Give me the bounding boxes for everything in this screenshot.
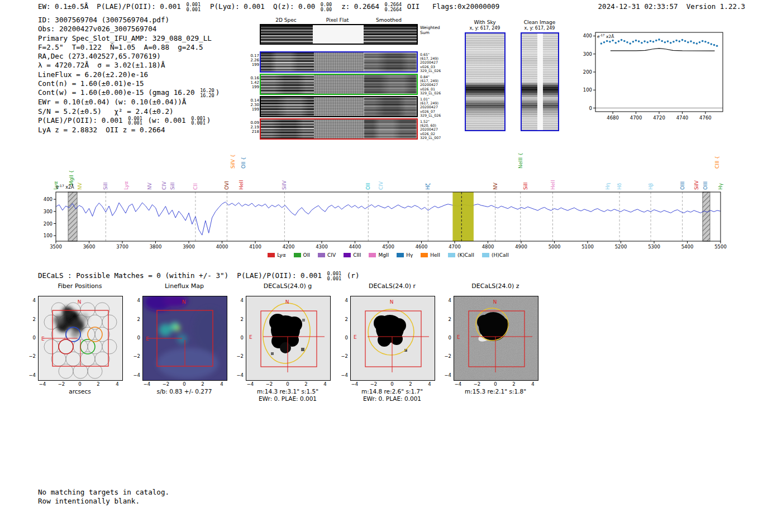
line-label: CIV [378,181,384,190]
svg-text:3500: 3500 [50,244,62,250]
svg-text:3900: 3900 [183,244,195,250]
x-tick-label: −4 [452,381,464,387]
flux-point [704,41,707,43]
flux-point [658,39,660,41]
flux-point [711,43,713,45]
svg-text:4200: 4200 [283,244,295,250]
fiber-positions-plot: N E [38,296,123,381]
info-line: RA,Dec (273.402527,65.707619) [38,52,220,61]
spec2d-image [261,119,314,138]
x-tick-label: 2 [405,381,416,387]
svg-text:4700: 4700 [449,244,461,250]
y-tick-label: −2 [130,353,140,359]
stacked-fraction: 0.0010.001 [128,116,142,126]
line-label: SiII [523,182,528,190]
x-tick-label: −2 [368,381,379,387]
svg-text:100: 100 [44,233,53,238]
line-label: NV [493,182,498,190]
flux-point [687,41,689,44]
footer-notes: No matching targets in catalog. Row inte… [38,488,169,506]
x-tick-label: −2 [264,381,275,387]
legend-item: (H)CaII [482,252,509,258]
x-tick-label: −4 [37,381,48,387]
y-tick-label: −4 [441,372,451,378]
svg-text:300: 300 [44,209,53,214]
stacked-fraction: 16.2016.20 [200,88,214,98]
flux-point [600,42,603,45]
legend-item: Hγ [397,252,413,258]
line-label: SiIV [282,180,287,190]
line-label: CIV [161,181,167,190]
cutout-title-fibers: Fiber Positions [37,282,122,290]
text-segment: ) [207,116,211,124]
y-tick-label: −2 [338,353,348,359]
compass-north: N [78,299,82,305]
info-line: F=2.5" T=0.122 N̄=1.05 A=0.88 g=24.5 [38,43,220,52]
x-tick-label: −4 [141,381,152,387]
line-label: SiIV [694,180,699,190]
y-tick-label: 4 [130,298,140,303]
legend-swatch [397,253,404,257]
text-segment: S/N = 5.2(±0.5) χ² = 2.4(±0.2) [38,107,174,116]
svg-text:4900: 4900 [515,244,527,250]
x-tick-label: 0 [490,381,501,387]
flux-point [626,41,628,44]
x-tick-label: 2 [301,381,312,387]
text-segment: Cont(w) = 1.60(±0.00)e-15 (gmag 16.20 [38,88,199,97]
legend-item: HeII [421,252,440,258]
legend-swatch [448,253,455,257]
compass-east: E [457,334,460,340]
text-segment: F=2.5" T=0.122 N̄=1.05 A=0.88 g=24.5 [38,43,203,51]
svg-text:3700: 3700 [116,244,128,250]
line-label: NV [147,182,152,190]
clean-xy: x, y: 617, 249 [513,26,566,31]
flux-point [655,40,657,42]
legend-item: CIV [318,252,336,258]
clean-title: Clean Image [513,20,566,25]
clean-pixels [522,33,558,130]
x-tick-label: 0 [282,381,293,387]
text-segment: OII Flags:0x20000009 [403,2,499,11]
cutout-sub-r: m:14.8 re:2.6" s:1.7" [339,388,445,395]
x-tick-label: 0 [387,381,398,387]
compass-north: N [390,299,394,305]
text-segment: (w: 0.001 [144,116,190,124]
spec2d-row-left-label: 0.172.26199 [246,54,259,68]
pixel-flat-image [314,119,364,138]
cutout-lineflux-map: N E −4−4−2−2002244 [130,291,242,391]
line-label: Hη [605,183,611,190]
spectrum-legend: LyαOIICIVCIIIMgIIHγHeII(K)CaII(H)CaII [36,252,741,258]
flux-point [693,42,695,44]
line-label: Hβ [648,183,654,190]
text-segment: LineFlux = 6.20(±2.20)e-16 [38,70,148,79]
text-segment: ID: 3007569704 (3007569704.pdf) [38,16,169,24]
y-tick-label: −2 [233,353,244,359]
y-tick-label: 4 [26,298,36,303]
footer-line-2: Row intentionally blank. [38,497,169,506]
col-header-pixelflat: Pixel Flat [312,17,363,23]
spec2d-row: 0.161.421990.84"(617, 249)20200427v026_0… [260,74,418,95]
x-tick-label: 0 [74,381,85,387]
y-tick-label: −4 [26,372,36,378]
flux-point [664,41,666,44]
cutout-sub-lineflux: s/b: 0.83 +/- 0.277 [131,388,237,395]
legend-item: MgII [369,252,389,258]
compass-north: N [182,299,186,305]
legend-swatch [344,253,351,257]
flux-point [684,40,686,42]
smoothed-image [364,52,417,71]
smoothed-image [364,75,417,94]
decals-r-plot: N E [350,296,435,381]
line-label: CIII { [714,156,720,169]
x-tick-label: 0 [179,381,190,387]
legend-swatch [268,253,275,257]
text-segment: z: 0.2664 [333,2,383,11]
flux-point [621,39,623,41]
line-label: NeIII { [518,152,523,169]
flux-point [632,41,635,43]
spec2d-row: 0.172.261990.65"(617, 249)20200427v026_0… [260,51,418,73]
weighted-sum-strip [260,24,418,45]
info-line: λ = 4720.72Å σ = 3.02(±1.18)Å [38,61,220,70]
cutout-fiber-positions: N E −4−4−2−2002244 [26,291,137,391]
flux-point [696,42,698,45]
